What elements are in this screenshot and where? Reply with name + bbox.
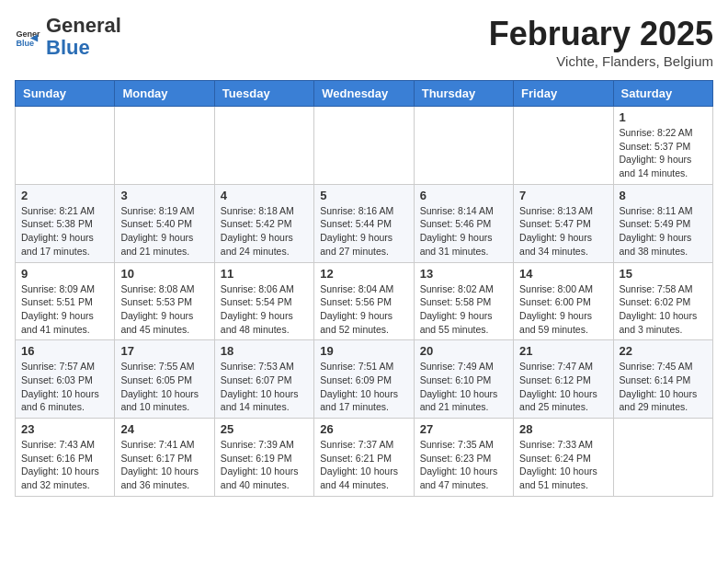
day-number: 21 <box>519 344 607 358</box>
day-number: 17 <box>120 344 208 358</box>
day-info: Sunrise: 8:11 AM Sunset: 5:49 PM Dayligh… <box>620 204 707 259</box>
calendar-cell: 9Sunrise: 8:09 AM Sunset: 5:51 PM Daylig… <box>16 262 115 340</box>
day-info: Sunrise: 7:47 AM Sunset: 6:12 PM Dayligh… <box>519 360 607 414</box>
day-info: Sunrise: 8:08 AM Sunset: 5:53 PM Dayligh… <box>120 282 208 337</box>
title-area: February 2025 Vichte, Flanders, Belgium <box>489 15 713 69</box>
day-info: Sunrise: 8:16 AM Sunset: 5:44 PM Dayligh… <box>320 204 407 259</box>
calendar-cell <box>214 107 313 185</box>
svg-text:Blue: Blue <box>16 39 34 48</box>
calendar-cell <box>414 107 513 185</box>
weekday-header-tuesday: Tuesday <box>214 81 313 107</box>
day-info: Sunrise: 8:06 AM Sunset: 5:54 PM Dayligh… <box>221 282 308 337</box>
calendar-cell: 5Sunrise: 8:16 AM Sunset: 5:44 PM Daylig… <box>314 184 414 262</box>
calendar-week-row: 23Sunrise: 7:43 AM Sunset: 6:16 PM Dayli… <box>16 419 713 497</box>
calendar-cell <box>314 107 414 185</box>
day-info: Sunrise: 7:41 AM Sunset: 6:17 PM Dayligh… <box>120 438 208 492</box>
calendar-cell: 11Sunrise: 8:06 AM Sunset: 5:54 PM Dayli… <box>214 262 313 340</box>
day-info: Sunrise: 7:53 AM Sunset: 6:07 PM Dayligh… <box>221 360 308 414</box>
day-info: Sunrise: 8:00 AM Sunset: 6:00 PM Dayligh… <box>519 282 607 337</box>
calendar-cell <box>613 419 712 497</box>
day-number: 10 <box>120 267 208 281</box>
day-info: Sunrise: 7:45 AM Sunset: 6:14 PM Dayligh… <box>620 360 707 414</box>
calendar-cell: 1Sunrise: 8:22 AM Sunset: 5:37 PM Daylig… <box>613 107 712 185</box>
day-info: Sunrise: 8:02 AM Sunset: 5:58 PM Dayligh… <box>420 282 507 337</box>
day-number: 20 <box>420 344 507 358</box>
day-number: 9 <box>21 267 108 281</box>
calendar-cell: 15Sunrise: 7:58 AM Sunset: 6:02 PM Dayli… <box>613 262 712 340</box>
calendar-week-row: 2Sunrise: 8:21 AM Sunset: 5:38 PM Daylig… <box>16 184 713 262</box>
logo-icon: General Blue <box>15 24 40 50</box>
day-number: 5 <box>320 189 407 202</box>
calendar-cell: 28Sunrise: 7:33 AM Sunset: 6:24 PM Dayli… <box>514 419 613 497</box>
calendar-cell: 25Sunrise: 7:39 AM Sunset: 6:19 PM Dayli… <box>214 419 313 497</box>
calendar-cell: 4Sunrise: 8:18 AM Sunset: 5:42 PM Daylig… <box>214 184 313 262</box>
calendar-cell: 3Sunrise: 8:19 AM Sunset: 5:40 PM Daylig… <box>115 184 214 262</box>
day-info: Sunrise: 7:49 AM Sunset: 6:10 PM Dayligh… <box>420 360 507 414</box>
calendar-cell: 20Sunrise: 7:49 AM Sunset: 6:10 PM Dayli… <box>414 340 513 419</box>
day-number: 2 <box>21 189 108 202</box>
calendar-week-row: 1Sunrise: 8:22 AM Sunset: 5:37 PM Daylig… <box>16 107 713 185</box>
calendar-cell <box>115 107 214 185</box>
day-info: Sunrise: 8:19 AM Sunset: 5:40 PM Dayligh… <box>120 204 208 259</box>
day-info: Sunrise: 8:22 AM Sunset: 5:37 PM Dayligh… <box>620 126 707 180</box>
day-info: Sunrise: 7:33 AM Sunset: 6:24 PM Dayligh… <box>519 438 607 492</box>
day-number: 7 <box>519 189 607 202</box>
day-number: 6 <box>420 189 507 202</box>
day-info: Sunrise: 7:37 AM Sunset: 6:21 PM Dayligh… <box>320 438 407 492</box>
day-number: 19 <box>320 344 407 358</box>
calendar-cell: 6Sunrise: 8:14 AM Sunset: 5:46 PM Daylig… <box>414 184 513 262</box>
day-info: Sunrise: 7:35 AM Sunset: 6:23 PM Dayligh… <box>420 438 507 492</box>
day-info: Sunrise: 8:14 AM Sunset: 5:46 PM Dayligh… <box>420 204 507 259</box>
weekday-header-saturday: Saturday <box>613 81 712 107</box>
calendar-cell: 16Sunrise: 7:57 AM Sunset: 6:03 PM Dayli… <box>16 340 115 419</box>
day-number: 14 <box>519 267 607 281</box>
calendar-cell: 19Sunrise: 7:51 AM Sunset: 6:09 PM Dayli… <box>314 340 414 419</box>
weekday-header-wednesday: Wednesday <box>314 81 414 107</box>
day-number: 26 <box>320 422 407 436</box>
day-info: Sunrise: 7:39 AM Sunset: 6:19 PM Dayligh… <box>221 438 308 492</box>
logo-general: General <box>46 14 121 37</box>
calendar-cell: 7Sunrise: 8:13 AM Sunset: 5:47 PM Daylig… <box>514 184 613 262</box>
calendar-cell: 18Sunrise: 7:53 AM Sunset: 6:07 PM Dayli… <box>214 340 313 419</box>
page-header: General Blue General Blue February 2025 … <box>15 15 713 69</box>
weekday-header-monday: Monday <box>115 81 214 107</box>
calendar-cell <box>514 107 613 185</box>
calendar-week-row: 9Sunrise: 8:09 AM Sunset: 5:51 PM Daylig… <box>16 262 713 340</box>
day-number: 24 <box>120 422 208 436</box>
calendar-cell <box>16 107 115 185</box>
calendar-cell: 24Sunrise: 7:41 AM Sunset: 6:17 PM Dayli… <box>115 419 214 497</box>
day-info: Sunrise: 8:13 AM Sunset: 5:47 PM Dayligh… <box>519 204 607 259</box>
day-number: 15 <box>620 267 707 281</box>
day-info: Sunrise: 7:55 AM Sunset: 6:05 PM Dayligh… <box>120 360 208 414</box>
day-info: Sunrise: 7:58 AM Sunset: 6:02 PM Dayligh… <box>620 282 707 337</box>
day-number: 1 <box>620 110 707 124</box>
day-number: 28 <box>519 422 607 436</box>
calendar-cell: 2Sunrise: 8:21 AM Sunset: 5:38 PM Daylig… <box>16 184 115 262</box>
day-number: 11 <box>221 267 308 281</box>
logo: General Blue General Blue <box>15 15 121 59</box>
calendar-cell: 14Sunrise: 8:00 AM Sunset: 6:00 PM Dayli… <box>514 262 613 340</box>
logo-text: General Blue <box>46 15 121 59</box>
day-info: Sunrise: 7:51 AM Sunset: 6:09 PM Dayligh… <box>320 360 407 414</box>
location: Vichte, Flanders, Belgium <box>489 53 713 69</box>
calendar-cell: 23Sunrise: 7:43 AM Sunset: 6:16 PM Dayli… <box>16 419 115 497</box>
calendar-week-row: 16Sunrise: 7:57 AM Sunset: 6:03 PM Dayli… <box>16 340 713 419</box>
calendar-table: SundayMondayTuesdayWednesdayThursdayFrid… <box>15 80 713 497</box>
calendar-cell: 12Sunrise: 8:04 AM Sunset: 5:56 PM Dayli… <box>314 262 414 340</box>
day-number: 18 <box>221 344 308 358</box>
day-info: Sunrise: 8:04 AM Sunset: 5:56 PM Dayligh… <box>320 282 407 337</box>
calendar-cell: 10Sunrise: 8:08 AM Sunset: 5:53 PM Dayli… <box>115 262 214 340</box>
calendar-cell: 22Sunrise: 7:45 AM Sunset: 6:14 PM Dayli… <box>613 340 712 419</box>
day-info: Sunrise: 8:18 AM Sunset: 5:42 PM Dayligh… <box>221 204 308 259</box>
day-number: 23 <box>21 422 108 436</box>
day-info: Sunrise: 7:57 AM Sunset: 6:03 PM Dayligh… <box>21 360 108 414</box>
day-info: Sunrise: 8:21 AM Sunset: 5:38 PM Dayligh… <box>21 204 108 259</box>
day-number: 25 <box>221 422 308 436</box>
day-number: 4 <box>221 189 308 202</box>
calendar-cell: 27Sunrise: 7:35 AM Sunset: 6:23 PM Dayli… <box>414 419 513 497</box>
calendar-cell: 13Sunrise: 8:02 AM Sunset: 5:58 PM Dayli… <box>414 262 513 340</box>
weekday-header-friday: Friday <box>514 81 613 107</box>
calendar-header-row: SundayMondayTuesdayWednesdayThursdayFrid… <box>16 81 713 107</box>
calendar-cell: 17Sunrise: 7:55 AM Sunset: 6:05 PM Dayli… <box>115 340 214 419</box>
day-number: 13 <box>420 267 507 281</box>
